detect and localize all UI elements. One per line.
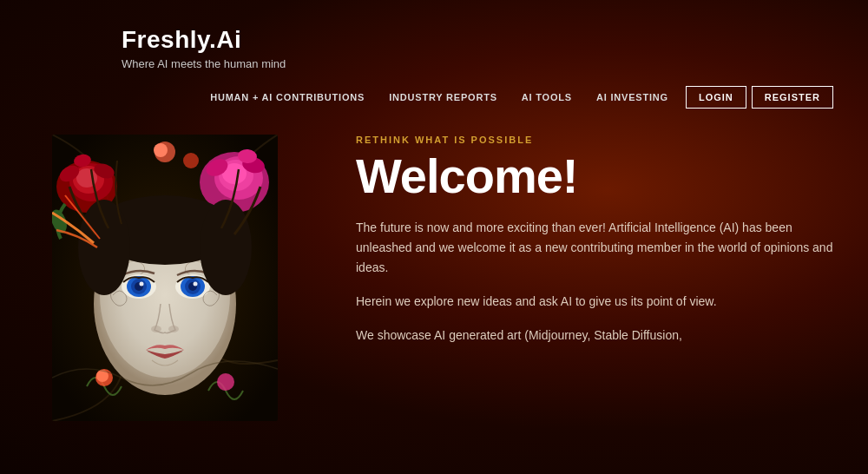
welcome-heading: Welcome!: [356, 152, 833, 201]
svg-point-36: [200, 200, 252, 295]
nav-ai-investing[interactable]: AI INVESTING: [584, 92, 681, 102]
nav-links: HUMAN + AI CONTRIBUTIONS INDUSTRY REPORT…: [198, 92, 681, 102]
navigation: HUMAN + AI CONTRIBUTIONS INDUSTRY REPORT…: [0, 70, 868, 109]
site-title: Freshly.Ai: [122, 26, 868, 54]
hero-para-2: Herein we explore new ideas and ask AI t…: [356, 292, 833, 312]
svg-point-26: [140, 282, 144, 286]
rethink-label: RETHINK WHAT IS POSSIBLE: [356, 135, 833, 145]
svg-point-39: [217, 373, 234, 391]
hero-para-3: We showcase AI generated art (Midjourney…: [356, 326, 833, 346]
svg-point-35: [78, 200, 130, 295]
hero-image-container: [52, 135, 330, 430]
login-button[interactable]: LOGIN: [686, 86, 746, 109]
hero-para-1: The future is now and more exciting than…: [356, 218, 833, 278]
nav-industry-reports[interactable]: INDUSTRY REPORTS: [377, 92, 510, 102]
nav-ai-tools[interactable]: AI TOOLS: [510, 92, 584, 102]
nav-human-ai[interactable]: HUMAN + AI CONTRIBUTIONS: [198, 92, 377, 102]
main-area: RETHINK WHAT IS POSSIBLE Welcome! The fu…: [0, 126, 868, 430]
svg-point-33: [168, 326, 179, 332]
hero-svg: [52, 135, 278, 421]
content-wrapper: Freshly.Ai Where AI meets the human mind…: [0, 0, 868, 474]
svg-point-18: [183, 153, 199, 168]
register-button[interactable]: REGISTER: [752, 86, 833, 109]
header: Freshly.Ai Where AI meets the human mind: [0, 0, 868, 70]
hero-content: RETHINK WHAT IS POSSIBLE Welcome! The fu…: [330, 126, 868, 430]
svg-point-17: [154, 143, 168, 157]
svg-point-32: [151, 326, 161, 332]
svg-point-31: [194, 282, 198, 286]
hero-image: [52, 135, 278, 421]
site-tagline: Where AI meets the human mind: [122, 57, 868, 70]
